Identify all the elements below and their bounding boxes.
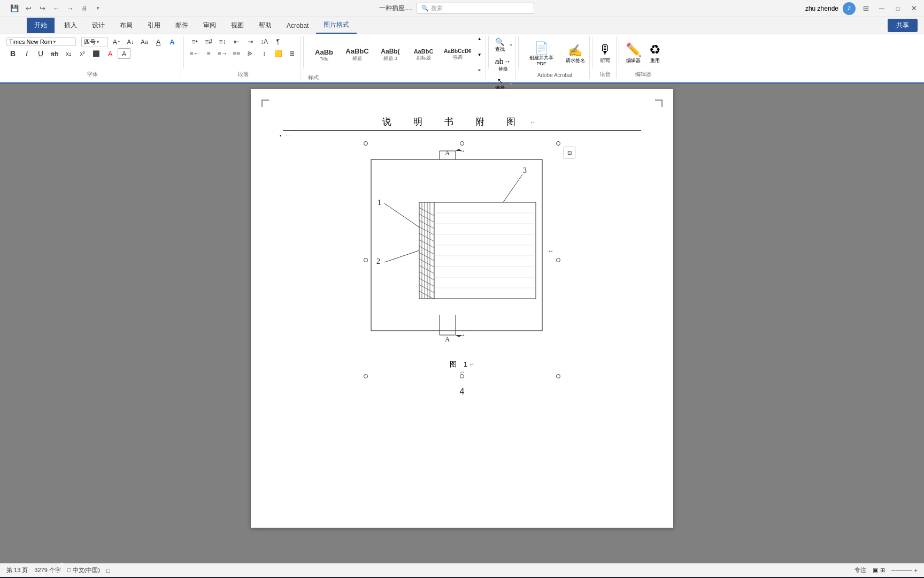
tab-insert[interactable]: 插入 — [57, 18, 84, 33]
forward-button[interactable]: → — [64, 3, 76, 14]
increase-indent-button[interactable]: ⇥ — [244, 36, 257, 47]
font-increase-button[interactable]: A↑ — [110, 36, 123, 47]
styles-group-label: 样式 — [308, 73, 483, 82]
handle-tc[interactable] — [460, 141, 464, 146]
style-heading3[interactable]: AaBb( 标题 3 — [374, 47, 406, 63]
para-bullet: • — [280, 133, 282, 139]
align-center-button[interactable]: ≡ — [202, 48, 215, 59]
reuse-button[interactable]: ♻ 重用 — [647, 41, 663, 65]
status-bar: 第 13 页 3279 个字 □ 中文(中国) □ 专注 ▣ ⊞ ───── + — [0, 563, 924, 577]
tab-acrobat[interactable]: Acrobat — [279, 19, 316, 33]
svg-line-40 — [384, 250, 419, 262]
create-pdf-button[interactable]: 📄 创建并共享PDF — [523, 40, 560, 68]
style-title-preview: AaBb — [315, 48, 333, 56]
tab-help[interactable]: 帮助 — [251, 18, 279, 33]
handle-br[interactable] — [556, 374, 560, 378]
font-name-dropdown[interactable]: ▼ — [52, 40, 57, 44]
font-decrease-button[interactable]: A↓ — [124, 36, 137, 47]
gallery-more[interactable]: ≡ — [476, 68, 483, 73]
style-heading1[interactable]: AaBbC 标题 — [341, 46, 373, 63]
style-subtitle-preview: AaBbC — [414, 48, 434, 55]
font-name-text: Times New Rom — [9, 39, 52, 45]
underline-button[interactable]: U — [34, 48, 47, 59]
font-size-dropdown[interactable]: ▼ — [96, 40, 100, 44]
handle-bc[interactable] — [460, 374, 464, 378]
share-button[interactable]: 共享 — [888, 19, 918, 32]
outline-button[interactable]: ≡↕ — [216, 36, 229, 47]
window-layout-button[interactable]: ⊞ — [860, 3, 872, 14]
svg-rect-30 — [434, 202, 536, 299]
borders-button[interactable]: ⊞ — [286, 48, 298, 59]
replace-button[interactable]: ab→ 替换 — [493, 56, 513, 74]
editor-group: ✏️ 编辑器 ♻ 重用 编辑器 — [621, 36, 665, 79]
align-right-button[interactable]: ≡→ — [216, 48, 229, 59]
print-button[interactable]: 🖨 — [78, 3, 90, 14]
style-title-label: Title — [320, 56, 329, 62]
tab-picture-format[interactable]: 图片格式 — [316, 17, 357, 34]
layout-options-button[interactable]: ⊡ — [564, 147, 575, 158]
line-spacing-button[interactable]: ↕ — [258, 48, 271, 59]
print-view-icon[interactable]: ▣ — [873, 567, 878, 574]
char-border-button[interactable]: A — [118, 48, 130, 59]
text-highlight-button[interactable]: ⬛ — [90, 48, 103, 59]
tab-view[interactable]: 视图 — [224, 18, 251, 33]
web-view-icon[interactable]: ⊞ — [880, 567, 885, 574]
font-size-selector[interactable]: 四号 ▼ — [81, 37, 108, 47]
redo-button[interactable]: ↪ — [36, 3, 48, 14]
italic-button[interactable]: I — [20, 48, 33, 59]
gallery-scroll-up[interactable]: ▲ — [476, 36, 483, 41]
tab-layout[interactable]: 布局 — [112, 18, 140, 33]
handle-bl[interactable] — [364, 374, 368, 378]
close-button[interactable]: ✕ — [908, 3, 920, 14]
text-effects-button[interactable]: A — [166, 36, 179, 47]
tab-home[interactable]: 开始 — [27, 18, 55, 33]
request-sign-button[interactable]: ✍ 请求签名 — [564, 43, 587, 65]
save-button[interactable]: 💾 — [9, 3, 20, 14]
tab-design[interactable]: 设计 — [84, 18, 112, 33]
gallery-scroll-down[interactable]: ▼ — [476, 52, 483, 57]
editor-button[interactable]: ✏️ 编辑器 — [623, 41, 644, 65]
style-title[interactable]: AaBb Title — [308, 47, 340, 63]
handle-tr[interactable] — [556, 141, 560, 146]
justify-button[interactable]: ≡≡ — [230, 48, 243, 59]
minimize-button[interactable]: ─ — [876, 3, 888, 14]
zoom-slider[interactable]: ───── + — [891, 567, 918, 574]
restore-button[interactable]: □ — [892, 3, 904, 14]
sort-button[interactable]: ↕A — [258, 36, 271, 47]
subscript-button[interactable]: x₂ — [62, 48, 75, 59]
undo-button[interactable]: ↩ — [22, 3, 34, 14]
clear-format-button[interactable]: A — [152, 36, 165, 47]
strikethrough-button[interactable]: ab — [48, 48, 61, 59]
style-emphasis[interactable]: AaBbCcD¢ 强调 — [441, 47, 475, 62]
text-color-button[interactable]: A — [104, 48, 117, 59]
superscript-button[interactable]: x² — [76, 48, 89, 59]
back-button[interactable]: ← — [50, 3, 62, 14]
tab-review[interactable]: 审阅 — [196, 18, 224, 33]
columns-button[interactable]: ⫸ — [244, 48, 257, 59]
page-indicator: 第 13 页 — [6, 566, 28, 574]
numbering-button[interactable]: ≡# — [202, 36, 215, 47]
adobe-group-label: Adobe Acrobat — [537, 71, 573, 79]
align-left-button[interactable]: ≡← — [188, 48, 201, 59]
listen-button[interactable]: 🎙 听写 — [597, 41, 614, 65]
focus-button[interactable]: 专注 — [854, 566, 866, 574]
bullets-button[interactable]: ≡• — [188, 36, 201, 47]
style-subtitle[interactable]: AaBbC 副标题 — [407, 47, 440, 63]
tab-references[interactable]: 引用 — [140, 18, 168, 33]
handle-ml[interactable] — [364, 258, 368, 262]
shading-button[interactable]: 🟨 — [272, 48, 284, 59]
change-case-button[interactable]: Aa — [138, 36, 151, 47]
handle-tl[interactable] — [364, 141, 368, 146]
search-box[interactable]: 🔍 搜索 — [417, 3, 534, 14]
corner-mark-tr — [655, 100, 663, 107]
speech-group-label: 语音 — [600, 70, 611, 79]
quick-access-dropdown[interactable]: ▼ — [92, 3, 104, 14]
font-name-selector[interactable]: Times New Rom ▼ — [6, 37, 76, 46]
handle-mr[interactable] — [556, 258, 560, 262]
bold-button[interactable]: B — [6, 48, 19, 59]
decrease-indent-button[interactable]: ⇤ — [230, 36, 243, 47]
find-button[interactable]: 🔍 查找 — [493, 36, 507, 54]
diagram-container[interactable]: ⊡ A → 3 1 — [366, 143, 558, 376]
show-marks-button[interactable]: ¶ — [272, 36, 284, 47]
tab-mailings[interactable]: 邮件 — [168, 18, 196, 33]
